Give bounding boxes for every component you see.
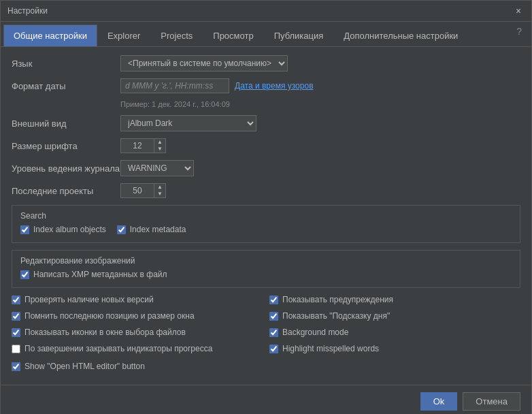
show-tip-row[interactable]: Показывать "Подсказку дня" <box>269 311 520 321</box>
check-updates-label: Проверять наличие новых версий <box>24 295 154 304</box>
show-icons-row[interactable]: Показывать иконки в окне выбора файлов <box>12 328 263 337</box>
recent-projects-spinner: ▲ ▼ <box>120 183 520 198</box>
settings-window: Настройки × Общие настройки Explorer Pro… <box>0 0 532 414</box>
remember-position-row[interactable]: Помнить последнюю позицию и размер окна <box>12 311 263 321</box>
language-row: Язык <Принятый в системе по умолчанию> <box>12 55 520 71</box>
theme-label: Внешний вид <box>12 118 120 129</box>
show-warnings-row[interactable]: Показывать предупреждения <box>269 295 520 304</box>
show-warnings-label: Показывать предупреждения <box>282 295 393 304</box>
log-level-control: WARNING <box>120 160 520 176</box>
background-mode-label: Background mode <box>282 328 348 337</box>
write-xmp-row[interactable]: Написать XMP метаданных в файл <box>20 270 512 279</box>
write-xmp-label: Написать XMP метаданных в файл <box>33 270 167 279</box>
index-metadata-label: Index metadata <box>130 225 186 234</box>
log-level-select[interactable]: WARNING <box>120 160 194 176</box>
search-section-title: Search <box>20 211 512 221</box>
recent-projects-spinner-buttons: ▲ ▼ <box>154 183 166 198</box>
tab-projects[interactable]: Projects <box>150 25 203 46</box>
window-title: Настройки <box>7 6 48 16</box>
background-mode-row[interactable]: Background mode <box>269 328 520 337</box>
image-section: Редактирование изображений Написать XMP … <box>12 250 520 288</box>
close-button[interactable]: × <box>512 5 525 17</box>
tab-advanced[interactable]: Дополнительные настройки <box>333 25 468 46</box>
date-format-input[interactable] <box>120 78 229 93</box>
close-on-finish-label: По завершении закрывать индикаторы прогр… <box>24 344 212 353</box>
font-size-spinner: ▲ ▼ <box>120 138 520 153</box>
recent-projects-up[interactable]: ▲ <box>154 184 165 191</box>
write-xmp-checkbox[interactable] <box>20 270 29 279</box>
show-html-editor-row[interactable]: Show "Open HTML editor" button <box>12 362 520 371</box>
language-control: <Принятый в системе по умолчанию> <box>120 55 520 71</box>
tabs-bar: Общие настройки Explorer Projects Просмо… <box>1 22 531 47</box>
index-metadata-row[interactable]: Index metadata <box>117 225 186 234</box>
recent-projects-control: ▲ ▼ <box>120 183 520 198</box>
tab-publish[interactable]: Публикация <box>264 25 334 46</box>
recent-projects-label: Последние проекты <box>12 186 120 196</box>
recent-projects-input[interactable] <box>120 183 154 198</box>
image-section-title: Редактирование изображений <box>20 256 512 266</box>
font-size-control: ▲ ▼ <box>120 138 520 153</box>
theme-control: jAlbum Dark <box>120 115 520 131</box>
font-size-row: Размер шрифта ▲ ▼ <box>12 138 520 153</box>
date-format-link[interactable]: Дата и время узоров <box>235 81 314 91</box>
font-size-down[interactable]: ▼ <box>154 146 165 153</box>
tab-explorer[interactable]: Explorer <box>97 25 150 46</box>
font-size-spinner-buttons: ▲ ▼ <box>154 138 166 153</box>
language-label: Язык <box>12 59 120 69</box>
theme-select[interactable]: jAlbum Dark <box>120 115 256 131</box>
font-size-input[interactable] <box>120 138 154 153</box>
font-size-up[interactable]: ▲ <box>154 139 165 146</box>
date-hint: Пример: 1 дек. 2024 г., 16:04:09 <box>120 100 520 108</box>
ok-button[interactable]: Ok <box>420 392 458 411</box>
show-warnings-checkbox[interactable] <box>269 296 278 304</box>
index-album-checkbox[interactable] <box>20 225 29 234</box>
tab-general[interactable]: Общие настройки <box>3 25 97 46</box>
date-format-label: Формат даты <box>12 81 120 91</box>
language-select[interactable]: <Принятый в системе по умолчанию> <box>120 55 288 71</box>
title-bar: Настройки × <box>1 1 531 22</box>
highlight-misspelled-row[interactable]: Highlight misspelled words <box>269 344 520 353</box>
date-format-control: Дата и время узоров <box>120 78 520 93</box>
checkboxes-grid: Проверять наличие новых версий Показыват… <box>12 295 520 356</box>
show-html-editor-label: Show "Open HTML editor" button <box>24 362 145 371</box>
font-size-label: Размер шрифта <box>12 141 120 151</box>
highlight-misspelled-label: Highlight misspelled words <box>282 344 379 353</box>
recent-projects-row: Последние проекты ▲ ▼ <box>12 183 520 198</box>
background-mode-checkbox[interactable] <box>269 328 278 337</box>
show-html-editor-checkbox[interactable] <box>12 362 20 371</box>
settings-content: Язык <Принятый в системе по умолчанию> Ф… <box>1 47 531 385</box>
show-tip-label: Показывать "Подсказку дня" <box>282 311 390 321</box>
check-updates-row[interactable]: Проверять наличие новых версий <box>12 295 263 304</box>
help-icon[interactable]: ? <box>510 22 529 46</box>
date-format-row: Формат даты Дата и время узоров <box>12 78 520 93</box>
check-updates-checkbox[interactable] <box>12 296 20 304</box>
search-section: Search Index album objects Index metadat… <box>12 205 520 243</box>
search-checkboxes: Index album objects Index metadata <box>20 225 512 237</box>
close-on-finish-row[interactable]: По завершении закрывать индикаторы прогр… <box>12 344 263 353</box>
log-level-label: Уровень ведения журнала <box>12 163 120 174</box>
recent-projects-down[interactable]: ▼ <box>154 191 165 197</box>
log-level-row: Уровень ведения журнала WARNING <box>12 160 520 176</box>
close-on-finish-checkbox[interactable] <box>12 345 20 353</box>
show-icons-label: Показывать иконки в окне выбора файлов <box>24 328 186 337</box>
show-icons-checkbox[interactable] <box>12 328 20 337</box>
theme-row: Внешний вид jAlbum Dark <box>12 115 520 131</box>
remember-position-label: Помнить последнюю позицию и размер окна <box>24 311 195 321</box>
tab-preview[interactable]: Просмотр <box>203 25 263 46</box>
remember-position-checkbox[interactable] <box>12 312 20 321</box>
cancel-button[interactable]: Отмена <box>463 392 520 411</box>
html-editor-row-container: Show "Open HTML editor" button <box>12 362 520 371</box>
highlight-misspelled-checkbox[interactable] <box>269 345 278 353</box>
index-album-label: Index album objects <box>33 225 106 234</box>
index-album-row[interactable]: Index album objects <box>20 225 106 234</box>
dialog-footer: Ok Отмена <box>1 385 531 414</box>
index-metadata-checkbox[interactable] <box>117 225 126 234</box>
show-tip-checkbox[interactable] <box>269 312 278 321</box>
